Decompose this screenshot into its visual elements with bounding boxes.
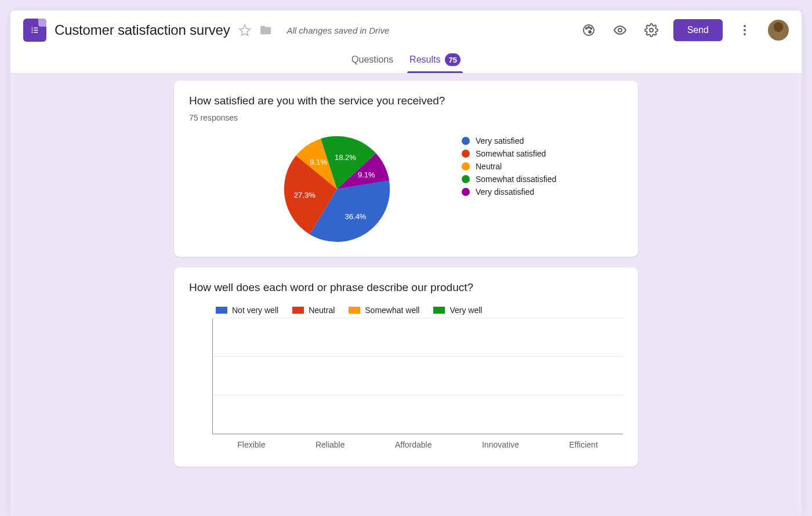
- legend-label: Neutral: [476, 162, 502, 171]
- svg-point-0: [31, 27, 32, 28]
- legend-swatch: [349, 307, 360, 314]
- theme-icon[interactable]: [577, 19, 600, 42]
- legend-label: Neutral: [309, 306, 335, 315]
- folder-icon[interactable]: [259, 24, 272, 37]
- legend-item: Somewhat well: [349, 306, 419, 315]
- forms-logo-icon[interactable]: [23, 19, 46, 42]
- svg-point-9: [590, 28, 592, 30]
- results-count-badge: 75: [445, 53, 460, 66]
- legend-item: Neutral: [292, 306, 335, 315]
- legend-label: Very dissatisfied: [476, 187, 534, 197]
- avatar[interactable]: [768, 20, 789, 41]
- pie-slice-label: 9.1%: [358, 170, 375, 179]
- legend-swatch: [216, 307, 227, 314]
- svg-point-10: [589, 31, 591, 33]
- x-axis-label: Flexible: [237, 440, 265, 449]
- legend-label: Very well: [449, 306, 482, 315]
- legend-item: Very dissatisfied: [462, 187, 556, 197]
- svg-rect-5: [34, 32, 38, 33]
- legend-swatch: [462, 188, 470, 196]
- question-card-bar: How well does each word or phrase descri…: [174, 267, 638, 467]
- x-axis-label: Innovative: [482, 440, 519, 449]
- legend-swatch: [462, 137, 470, 145]
- app-window: Customer satisfaction survey All changes…: [10, 10, 802, 516]
- svg-point-2: [31, 30, 32, 31]
- legend-swatch: [462, 150, 470, 158]
- pie-slice-label: 36.4%: [345, 212, 367, 220]
- legend-label: Somewhat satisfied: [476, 149, 546, 158]
- header: Customer satisfaction survey All changes…: [10, 10, 802, 44]
- legend-item: Not very well: [216, 306, 278, 315]
- responses-count: 75 responses: [189, 113, 623, 122]
- question-title: How satisfied are you with the service y…: [189, 95, 623, 107]
- svg-point-15: [744, 33, 746, 35]
- settings-icon[interactable]: [640, 19, 663, 42]
- legend-swatch: [292, 307, 304, 314]
- svg-point-13: [744, 25, 746, 27]
- tab-label: Questions: [351, 54, 393, 65]
- svg-rect-3: [34, 30, 38, 31]
- svg-point-14: [744, 29, 746, 31]
- pie-slice-label: 18.2%: [335, 153, 356, 162]
- legend-label: Somewhat dissatisfied: [476, 175, 556, 184]
- svg-point-11: [618, 28, 622, 32]
- preview-icon[interactable]: [608, 19, 632, 42]
- more-icon[interactable]: [733, 19, 756, 42]
- legend-item: Somewhat satisfied: [462, 149, 556, 158]
- legend-item: Somewhat dissatisfied: [462, 175, 556, 184]
- bar-legend: Not very wellNeutralSomewhat wellVery we…: [216, 306, 623, 315]
- pie-slice-label: 9.1%: [310, 158, 327, 166]
- tab-label: Results: [409, 54, 440, 65]
- form-title[interactable]: Customer satisfaction survey: [55, 22, 230, 38]
- star-icon[interactable]: [238, 24, 251, 37]
- legend-swatch: [462, 175, 470, 183]
- pie-chart: 36.4%27.3%9.1%18.2%9.1%: [282, 134, 392, 244]
- question-card-pie: How satisfied are you with the service y…: [174, 81, 638, 257]
- legend-label: Not very well: [232, 306, 278, 315]
- x-axis-label: Reliable: [316, 440, 345, 449]
- content-area: How satisfied are you with the service y…: [10, 74, 802, 516]
- legend-item: Very satisfied: [462, 136, 556, 146]
- svg-point-7: [585, 28, 587, 30]
- svg-point-8: [588, 27, 589, 28]
- svg-point-4: [31, 32, 32, 33]
- legend-item: Very well: [433, 306, 482, 315]
- bar-chart: Not very wellNeutralSomewhat wellVery we…: [189, 300, 623, 449]
- tab-questions[interactable]: Questions: [349, 48, 396, 73]
- legend-swatch: [433, 307, 445, 314]
- pie-slice-label: 27.3%: [294, 190, 316, 199]
- pie-legend: Very satisfiedSomewhat satisfiedNeutralS…: [462, 134, 556, 197]
- x-axis-label: Affordable: [395, 440, 432, 449]
- tab-results[interactable]: Results 75: [407, 48, 463, 73]
- legend-label: Very satisfied: [476, 136, 524, 146]
- save-status: All changes saved in Drive: [287, 26, 390, 35]
- legend-label: Somewhat well: [365, 306, 419, 315]
- legend-swatch: [462, 162, 470, 170]
- send-button[interactable]: Send: [673, 19, 723, 41]
- question-title: How well does each word or phrase descri…: [189, 281, 623, 294]
- legend-item: Neutral: [462, 162, 556, 171]
- svg-rect-1: [34, 28, 38, 29]
- tabs: Questions Results 75: [10, 44, 802, 74]
- x-axis-label: Efficient: [569, 440, 598, 449]
- svg-point-12: [650, 28, 653, 32]
